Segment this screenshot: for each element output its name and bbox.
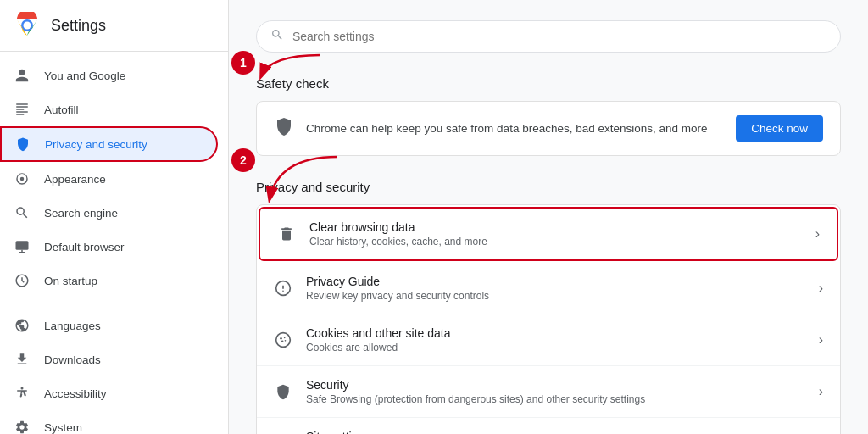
person-icon [14,67,31,84]
svg-rect-4 [16,241,29,250]
languages-icon [14,317,31,334]
cookies-icon [274,331,292,349]
sidebar-item-on-startup[interactable]: On startup [0,264,218,298]
sidebar-item-privacy-and-security[interactable]: Privacy and security [0,126,218,162]
security-content: Security Safe Browsing (protection from … [306,378,805,405]
svg-point-15 [285,340,287,342]
chevron-right-icon: › [815,226,820,242]
privacy-guide-content: Privacy Guide Review key privacy and sec… [306,275,805,302]
cookies-title: Cookies and other site data [306,326,805,340]
sidebar-scroll-area: You and Google Autofill Privacy and secu… [0,52,228,434]
svg-point-12 [280,337,282,340]
svg-point-3 [20,177,25,181]
safety-shield-icon [274,116,294,142]
site-settings-content: Site settings Controls what information … [306,430,805,434]
privacy-section: Privacy and security Clear browsing data… [256,180,841,434]
trash-icon [277,225,296,243]
sidebar-item-label: On startup [44,275,97,287]
sidebar-item-you-and-google[interactable]: You and Google [0,58,218,92]
cookies-content: Cookies and other site data Cookies are … [306,326,805,353]
security-title: Security [306,378,805,392]
sidebar-item-label: Appearance [44,173,106,186]
sidebar-nav: You and Google Autofill Privacy and secu… [0,52,228,434]
cookies-subtitle: Cookies are allowed [306,342,805,353]
arrow-2 [253,148,354,216]
settings-item-cookies[interactable]: Cookies and other site data Cookies are … [257,314,840,366]
safety-check-title: Safety check [256,76,841,91]
settings-item-security[interactable]: Security Safe Browsing (protection from … [257,366,840,418]
search-icon [270,28,284,45]
chevron-right-icon: › [819,332,823,348]
settings-item-clear-browsing-data[interactable]: Clear browsing data Clear history, cooki… [259,207,838,261]
search-input[interactable] [292,30,826,43]
sidebar-item-appearance[interactable]: Appearance [0,162,218,196]
sidebar-item-label: Downloads [44,353,101,366]
svg-point-13 [284,337,286,339]
appearance-icon [14,170,31,187]
svg-point-11 [276,333,291,348]
sidebar-divider [0,303,228,303]
sidebar-header: Settings [0,0,228,52]
privacy-guide-icon [274,279,292,298]
search-engine-icon [14,204,31,221]
check-now-button[interactable]: Check now [736,115,823,142]
security-subtitle: Safe Browsing (protection from dangerous… [306,393,805,405]
sidebar-title: Settings [51,17,106,35]
sidebar-item-default-browser[interactable]: Default browser [0,230,218,264]
downloads-icon [14,351,31,368]
sidebar-item-languages[interactable]: Languages [0,309,218,342]
security-icon [274,382,292,401]
autofill-icon [14,101,31,118]
search-bar[interactable] [256,20,841,53]
svg-point-10 [282,291,284,292]
clear-browsing-data-subtitle: Clear history, cookies, cache, and more [309,236,802,248]
arrow-1 [253,47,329,85]
clear-browsing-data-title: Clear browsing data [309,220,802,234]
sidebar-item-downloads[interactable]: Downloads [0,342,218,376]
sidebar-item-accessibility[interactable]: Accessibility [0,376,218,410]
sidebar-item-label: Privacy and security [45,138,147,151]
chevron-right-icon: › [819,281,823,296]
sidebar: Settings You and Google Autofill Privac [0,0,229,434]
settings-item-privacy-guide[interactable]: Privacy Guide Review key privacy and sec… [257,263,840,314]
system-icon [14,419,31,434]
on-startup-icon [14,272,31,289]
sidebar-item-search-engine[interactable]: Search engine [0,196,218,230]
privacy-guide-subtitle: Review key privacy and security controls [306,290,805,302]
svg-point-7 [21,387,24,390]
sidebar-item-label: Default browser [44,241,125,253]
site-settings-title: Site settings [306,430,805,434]
sidebar-item-system[interactable]: System [0,410,218,434]
chevron-right-icon: › [819,384,823,399]
safety-check-description: Chrome can help keep you safe from data … [306,122,724,135]
annotation-1: 1 [231,51,255,75]
clear-browsing-data-content: Clear browsing data Clear history, cooki… [309,220,802,248]
sidebar-item-label: Accessibility [44,387,107,400]
svg-point-14 [281,340,284,342]
sidebar-item-label: You and Google [44,70,125,82]
sidebar-item-autofill[interactable]: Autofill [0,92,218,126]
svg-point-2 [24,22,31,30]
shield-icon [14,136,31,153]
annotation-2: 2 [231,148,255,172]
main-content: 1 Safety check Chrome can help keep you … [229,0,868,434]
privacy-settings-list: Clear browsing data Clear history, cooki… [256,204,841,434]
chrome-logo-icon [14,12,41,39]
sidebar-item-label: Languages [44,320,101,332]
settings-item-site-settings[interactable]: Site settings Controls what information … [257,418,840,434]
accessibility-icon [14,385,31,402]
sidebar-item-label: Search engine [44,207,118,220]
sidebar-item-label: Autofill [44,103,79,116]
privacy-guide-title: Privacy Guide [306,275,805,288]
default-browser-icon [14,238,31,255]
sidebar-item-label: System [44,421,82,434]
